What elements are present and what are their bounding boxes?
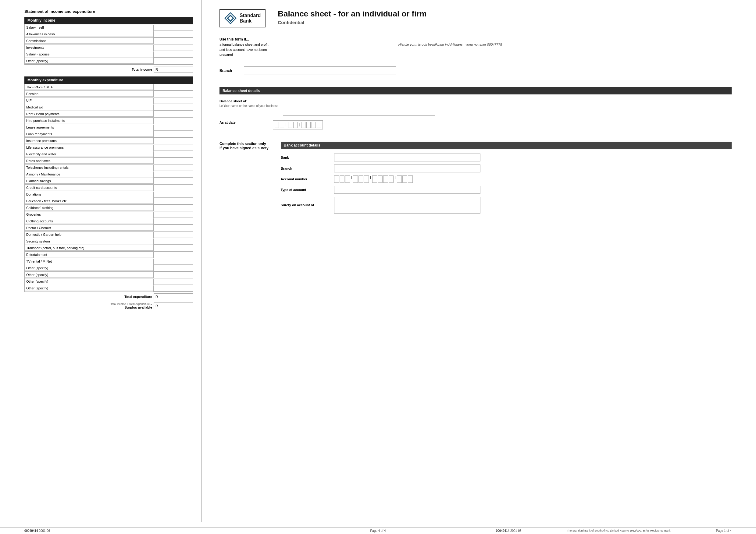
table-row: Other (specify) [25,265,193,272]
bank-field-input[interactable] [334,154,480,162]
acct-cell[interactable] [372,175,377,183]
surety-intro2: if you have signed as surety [220,146,269,150]
table-row: Salary - self [25,24,193,31]
bank-logo: Standard Bank [220,9,265,27]
row-label: Life assurance premiums [25,145,153,150]
date-cell[interactable] [311,122,316,128]
date-cell[interactable] [288,122,292,128]
allowances-input[interactable] [153,31,193,38]
total-expenditure-currency: R [155,295,158,298]
acct-cell[interactable] [383,175,388,183]
account-number-cells[interactable]: | | | [334,175,413,183]
afrikaans-text: Hierdie vorm is ook beskikbaar in Afrika… [398,37,732,46]
table-row: Insurance premiums [25,138,193,144]
electricity-input[interactable] [153,151,193,158]
table-row: Medical aid [25,104,193,111]
branch2-field-input[interactable] [334,165,480,172]
acct-cell[interactable] [334,175,339,183]
table-row: Pension [25,91,193,97]
hire-purchase-input[interactable] [153,118,193,124]
table-row: Loan repayments [25,131,193,138]
life-assurance-input[interactable] [153,145,193,151]
date-cell[interactable] [293,122,298,128]
page-number-right: Page 1 of 4 [716,529,732,532]
table-row: Entertainment [25,252,193,258]
entertainment-input[interactable] [153,252,193,258]
balance-sheet-of-input[interactable] [283,99,435,116]
total-income-input[interactable]: R [154,66,193,73]
other-income-input[interactable] [153,58,193,64]
uif-input[interactable] [153,98,193,104]
childrens-clothing-input[interactable] [153,205,193,211]
table-row: Security system [25,238,193,245]
acct-cell[interactable] [402,175,407,183]
domestic-input[interactable] [153,232,193,238]
acct-sep: | [394,175,396,183]
as-at-date-input[interactable]: | | [273,120,323,129]
salary-self-input[interactable] [153,25,193,31]
date-cell[interactable] [275,122,279,128]
table-row: Domestic / Garden help [25,232,193,238]
tax-input[interactable] [153,84,193,90]
alimony-input[interactable] [153,171,193,178]
insurance-input[interactable] [153,138,193,144]
table-row: Other (specify) [25,272,193,278]
acct-cell[interactable] [345,175,350,183]
date-cell[interactable] [317,122,321,128]
acct-cell[interactable] [389,175,393,183]
row-label: Alimony / Maintenance [25,172,153,177]
table-row: Life assurance premiums [25,144,193,151]
transport-input[interactable] [153,245,193,251]
groceries-input[interactable] [153,212,193,218]
balance-details-section: Balance sheet details Balance sheet of: … [220,87,732,129]
acct-cell[interactable] [408,175,413,183]
table-row: Tax - PAYE / SITE [25,84,193,91]
rent-input[interactable] [153,111,193,117]
salary-spouse-input[interactable] [153,51,193,58]
donations-input[interactable] [153,191,193,198]
credit-card-input[interactable] [153,185,193,191]
lease-input[interactable] [153,125,193,131]
type-of-account-input[interactable] [334,186,480,194]
other2-input[interactable] [153,272,193,278]
rates-input[interactable] [153,158,193,164]
telephones-input[interactable] [153,165,193,171]
tv-rental-input[interactable] [153,259,193,265]
branch-input[interactable] [244,66,396,75]
date-cell[interactable] [306,122,310,128]
acct-cell[interactable] [339,175,344,183]
clothing-accounts-input[interactable] [153,218,193,224]
education-input[interactable] [153,198,193,204]
other1-input[interactable] [153,265,193,271]
total-expenditure-input[interactable]: R [154,293,193,300]
surplus-input[interactable]: R [154,302,193,309]
medical-aid-input[interactable] [153,105,193,111]
date-cell[interactable] [301,122,306,128]
table-row: Planned savings [25,178,193,185]
pension-input[interactable] [153,91,193,97]
investments-input[interactable] [153,45,193,51]
acct-cell[interactable] [353,175,358,183]
acct-sep: | [369,175,372,183]
acct-sep: | [351,175,353,183]
table-row: Lease agreements [25,124,193,131]
row-label: Entertainment [25,252,153,257]
row-label: Doctor / Chemist [25,225,153,231]
acct-cell[interactable] [359,175,364,183]
branch-block: Branch [220,66,732,75]
loan-input[interactable] [153,131,193,138]
other4-input[interactable] [153,286,193,292]
other3-input[interactable] [153,279,193,285]
acct-cell[interactable] [364,175,369,183]
acct-cell[interactable] [397,175,402,183]
total-income-label: Total income [132,68,152,71]
table-row: Other (specify) [25,58,193,64]
security-input[interactable] [153,239,193,244]
doctor-input[interactable] [153,225,193,231]
planned-savings-input[interactable] [153,178,193,184]
commissions-input[interactable] [153,38,193,44]
right-panel: Standard Bank Balance sheet - for an ind… [201,0,756,534]
acct-cell[interactable] [378,175,383,183]
date-cell[interactable] [280,122,284,128]
surety-on-account-input[interactable] [334,197,480,214]
